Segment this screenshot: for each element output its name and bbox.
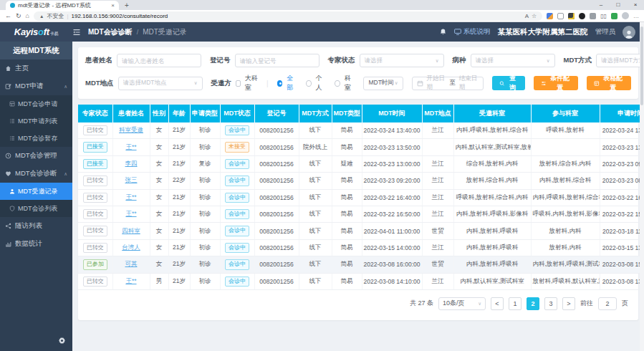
table-header-row: 专家状态 患者姓名 性别 年龄 申请类型 MDT状态 登记号 MDT方式 MDT… — [78, 105, 644, 122]
patient-name-link[interactable]: 可其 — [125, 260, 138, 267]
radio-dept[interactable] — [335, 80, 340, 87]
window-close-button[interactable]: × — [627, 0, 644, 10]
time-field-select[interactable]: MDT时间 ∨ — [363, 77, 403, 90]
page-button-2-active[interactable]: 2 — [527, 297, 539, 310]
big-dept-checkbox-label[interactable]: 大科室 — [245, 74, 258, 92]
mdt-status-cell: 未接受 — [220, 139, 254, 155]
patient-name-cell: 可其 — [112, 256, 150, 273]
extension-icon-5[interactable] — [611, 13, 617, 19]
sidebar-item-mdt-apply-new[interactable]: MDT会诊申请 — [0, 95, 72, 112]
patient-name-cell: 四科室 — [112, 223, 150, 239]
sidebar-item-mdt-apply-list[interactable]: MDT申请列表 — [0, 112, 72, 130]
jump-suffix-label: 页 — [622, 299, 628, 308]
apply-time-cell: 2022-03-22 16:31:36 — [600, 189, 644, 206]
mdt-time-cell: 2022-03-08 14:10:00 — [362, 273, 422, 289]
settings-gear-icon[interactable] — [58, 337, 66, 346]
date-end-placeholder[interactable]: 结束日期 — [459, 74, 479, 92]
add-favorite-icon[interactable]: ☆ — [532, 13, 537, 19]
system-help-link[interactable]: 系统说明 — [454, 27, 491, 37]
radio-personal[interactable] — [306, 80, 312, 87]
big-dept-checkbox[interactable] — [236, 80, 241, 87]
radio-all[interactable] — [277, 80, 283, 87]
sidebar-item-mdt-apply-draft[interactable]: MDT会诊暂存 — [0, 130, 72, 147]
collapse-menu-icon[interactable] — [72, 28, 81, 37]
radio-personal-label[interactable]: 个人 — [316, 74, 327, 92]
sidebar-subitem-label: MDT会诊暂存 — [18, 134, 58, 143]
disease-select[interactable]: 请选择 ∨ — [471, 54, 555, 67]
user-avatar[interactable] — [623, 26, 635, 39]
extension-icon-3[interactable] — [579, 13, 585, 19]
radio-all-label[interactable]: 全部 — [287, 74, 297, 92]
breadcrumb-section[interactable]: MDT会诊诊断 — [88, 27, 133, 37]
collections-icon[interactable] — [557, 13, 564, 19]
window-restore-button[interactable]: □ — [610, 0, 627, 10]
invited-depts-cell: 内科,放射科,呼吸科,影像科 — [453, 206, 531, 222]
mdt-type-cell: 简易 — [332, 239, 362, 256]
patient-name-link[interactable]: 王** — [125, 277, 136, 284]
page-scrollbar[interactable] — [640, 22, 644, 351]
patient-name-link[interactable]: 李四 — [125, 160, 138, 167]
next-page-button[interactable]: > — [562, 297, 575, 310]
scrollbar-thumb[interactable] — [640, 27, 643, 105]
read-aloud-icon[interactable]: A — [525, 13, 529, 19]
mdt-place-cell: 世贸 — [422, 256, 453, 273]
expert-status-select[interactable]: 请选择 ∨ — [360, 54, 444, 67]
patient-name-input[interactable] — [117, 54, 201, 67]
url-divider: | — [67, 13, 68, 19]
refresh-icon[interactable]: ↻ — [16, 13, 21, 19]
patient-name-link[interactable]: 王** — [125, 210, 136, 217]
joined-depts-cell: 呼吸科,放射科 — [531, 122, 600, 139]
page-size-select[interactable]: 10条/页 ∨ — [438, 297, 486, 310]
condition-config-button[interactable]: 条件配置 — [534, 76, 578, 90]
mdt-status-badge: 会诊中 — [225, 193, 249, 203]
radio-dept-label[interactable]: 科室 — [345, 74, 355, 92]
window-minimize-button[interactable]: – — [592, 0, 610, 10]
notification-bell-icon[interactable] — [439, 28, 447, 36]
browser-profile-avatar[interactable] — [622, 12, 629, 19]
sidebar-item-home[interactable]: 主页 — [0, 59, 72, 77]
url-text[interactable]: 192.168.0.156:9002/consultate/record — [72, 13, 522, 19]
reg-no-input[interactable] — [235, 54, 319, 67]
sidebar-item-statistics[interactable]: 数据统计 — [0, 235, 72, 253]
page-button-1[interactable]: 1 — [509, 297, 522, 310]
browser-tab[interactable]: mdt受邀记录 - 远程MDT系统 × — [6, 1, 119, 10]
back-icon[interactable]: ← — [5, 13, 11, 19]
date-range-picker[interactable]: 开始日期 至 结束日期 — [412, 77, 484, 90]
jump-page-input[interactable] — [598, 297, 617, 310]
sidebar-item-followup[interactable]: 随访列表 — [0, 217, 72, 235]
extension-icon-2[interactable] — [568, 13, 575, 19]
extension-icon-1[interactable] — [547, 13, 553, 19]
new-tab-button[interactable]: + — [119, 1, 135, 10]
sidebar-item-mdt-diagnose[interactable]: MDT会诊诊断 ∧ — [0, 165, 72, 183]
tab-close-icon[interactable]: × — [111, 2, 115, 9]
date-start-placeholder[interactable]: 开始日期 — [427, 74, 446, 92]
table-row: 已转交 台湾人 女 21岁 初诊 会诊中 0082001256 线下 简易 20… — [78, 239, 644, 256]
patient-name-link[interactable]: 张三 — [125, 176, 138, 183]
split-screen-icon[interactable]: ▯▯ — [600, 13, 607, 19]
patient-name-link[interactable]: 科室受邀 — [119, 126, 143, 133]
sidebar-item-mdt-apply[interactable]: MDT申请 ∧ — [0, 77, 72, 95]
page-button-3[interactable]: 3 — [544, 297, 557, 310]
patient-name-link[interactable]: 王** — [125, 143, 136, 150]
mdt-mode-select[interactable]: 请选择MDT方式 ∨ — [596, 54, 644, 67]
col-mdt-type: MDT类型 — [332, 105, 362, 122]
patient-name-link[interactable]: 四科室 — [122, 227, 140, 234]
breadcrumb-separator: / — [137, 29, 139, 36]
mdt-place-select[interactable]: 请选择MDT地点 ∨ — [118, 77, 203, 90]
patient-name-link[interactable]: 台湾人 — [122, 244, 140, 251]
prev-page-button[interactable]: < — [491, 297, 504, 310]
address-bar[interactable]: ▲ 不安全 | 192.168.0.156:9002/consultate/re… — [34, 11, 542, 21]
search-button[interactable]: 查询 — [492, 76, 526, 90]
more-options-icon[interactable]: … — [633, 13, 639, 19]
sidebar-item-mdt-consult-list[interactable]: MDT会诊列表 — [0, 200, 72, 217]
sidebar-item-mdt-manage[interactable]: MDT会诊管理 — [0, 147, 72, 165]
breadcrumb-current: MDT受邀记录 — [143, 27, 187, 37]
table-config-button[interactable]: 表格配置 — [587, 76, 631, 90]
system-help-label: 系统说明 — [463, 27, 491, 37]
extension-icon-4[interactable] — [590, 13, 596, 19]
home-icon[interactable]: ⌂ — [26, 13, 29, 19]
mdt-mode-cell: 线下 — [299, 239, 332, 256]
patient-name-link[interactable]: 王** — [125, 193, 136, 201]
sidebar-item-mdt-invite-record[interactable]: MDT受邀记录 — [0, 183, 72, 200]
expert-status-cell: 已转交 — [78, 173, 112, 189]
